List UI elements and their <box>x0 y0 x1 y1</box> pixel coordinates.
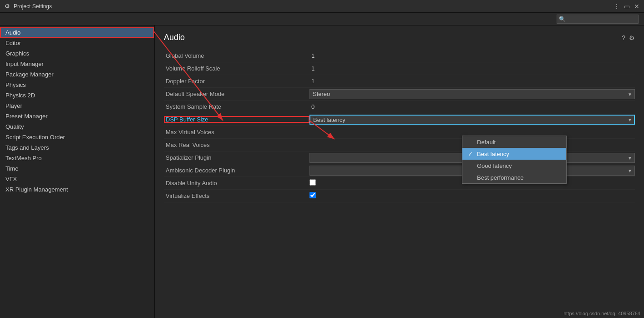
settings-value-doppler-factor: 1 <box>309 78 635 85</box>
sidebar-item-xr-plugin-management[interactable]: XR Plugin Management <box>0 184 154 195</box>
value-text-doppler-factor: 1 <box>309 78 314 85</box>
settings-label-doppler-factor: Doppler Factor <box>164 78 309 85</box>
settings-label-spatializer-plugin: Spatializer Plugin <box>164 154 309 161</box>
settings-label-max-real-voices: Max Real Voices <box>164 141 309 148</box>
dsp-option-label: Good latency <box>477 162 512 169</box>
app-icon: ⚙ <box>4 3 11 10</box>
dropdown-select-default-speaker-mode[interactable]: MonoStereoQuadSurroundMode5point1Mode7po… <box>309 89 635 99</box>
value-text-volume-rolloff-scale: 1 <box>309 65 314 72</box>
menu-button[interactable]: ⋮ <box>613 3 620 10</box>
sidebar-item-input-manager[interactable]: Input Manager <box>0 59 154 69</box>
dsp-option-label: Best performance <box>477 174 524 181</box>
search-input[interactable] <box>557 15 639 24</box>
settings-value-dsp-buffer-size: DefaultBest latencyGood latencyBest perf… <box>309 115 635 125</box>
title-bar: ⚙ Project Settings ⋮ ▭ ✕ <box>0 0 644 13</box>
settings-label-default-speaker-mode: Default Speaker Mode <box>164 91 309 97</box>
content-header: Audio ? ⚙ <box>164 33 635 42</box>
dsp-option-good-latency[interactable]: Good latency <box>462 160 566 172</box>
value-text-max-real-voices <box>309 141 311 148</box>
search-wrapper: 🔍 <box>557 15 639 24</box>
dropdown-wrapper-dsp-buffer-size: DefaultBest latencyGood latencyBest perf… <box>309 115 635 125</box>
sidebar-item-textmesh-pro[interactable]: TextMesh Pro <box>0 153 154 163</box>
dsp-option-label: Best latency <box>477 151 509 157</box>
settings-value-default-speaker-mode: MonoStereoQuadSurroundMode5point1Mode7po… <box>309 89 635 99</box>
value-text-system-sample-rate: 0 <box>309 103 314 110</box>
settings-row-global-volume: Global Volume1 <box>164 50 635 62</box>
settings-value-system-sample-rate: 0 <box>309 103 635 110</box>
search-bar: 🔍 <box>0 13 644 25</box>
window-controls: ⋮ ▭ ✕ <box>613 3 640 10</box>
sidebar-item-quality[interactable]: Quality <box>0 121 154 132</box>
close-button[interactable]: ✕ <box>633 3 640 10</box>
page-title: Audio <box>164 33 185 42</box>
settings-value-volume-rolloff-scale: 1 <box>309 65 635 72</box>
dropdown-wrapper-default-speaker-mode: MonoStereoQuadSurroundMode5point1Mode7po… <box>309 89 635 99</box>
dsp-option-default[interactable]: Default <box>462 136 566 148</box>
window-title: Project Settings <box>14 3 613 10</box>
value-text-max-virtual-voices <box>309 129 311 136</box>
settings-label-virtualize-effects: Virtualize Effects <box>164 192 309 199</box>
main-layout: AudioEditorGraphicsInput ManagerPackage … <box>0 25 644 318</box>
settings-label-global-volume: Global Volume <box>164 52 309 59</box>
checkbox-virtualize-effects[interactable] <box>309 192 316 198</box>
checkbox-disable-unity-audio[interactable] <box>309 179 316 186</box>
settings-value-global-volume: 1 <box>309 52 635 59</box>
footer-url: https://blog.csdn.net/qq_40958764 <box>563 311 640 316</box>
sidebar-item-preset-manager[interactable]: Preset Manager <box>0 111 154 121</box>
sidebar-item-physics[interactable]: Physics <box>0 80 154 90</box>
content-area: Audio ? ⚙ Global Volume1Volume Rolloff S… <box>155 25 644 318</box>
sidebar-item-editor[interactable]: Editor <box>0 38 154 48</box>
dsp-option-best-performance[interactable]: Best performance <box>462 172 566 183</box>
sidebar-item-tags-and-layers[interactable]: Tags and Layers <box>0 142 154 153</box>
settings-value-virtualize-effects <box>309 192 635 200</box>
sidebar-item-physics-2d[interactable]: Physics 2D <box>0 90 154 101</box>
dsp-option-best-latency[interactable]: ✓Best latency <box>462 148 566 160</box>
settings-label-volume-rolloff-scale: Volume Rolloff Scale <box>164 65 309 72</box>
settings-row-default-speaker-mode: Default Speaker ModeMonoStereoQuadSurrou… <box>164 88 635 101</box>
sidebar-item-audio[interactable]: Audio <box>0 27 154 38</box>
search-icon: 🔍 <box>559 16 566 22</box>
settings-label-dsp-buffer-size: DSP Buffer Size <box>164 116 309 123</box>
sidebar-item-time[interactable]: Time <box>0 163 154 174</box>
sidebar-item-graphics[interactable]: Graphics <box>0 48 154 59</box>
settings-row-system-sample-rate: System Sample Rate0 <box>164 101 635 113</box>
settings-row-volume-rolloff-scale: Volume Rolloff Scale1 <box>164 62 635 75</box>
header-icons: ? ⚙ <box>622 34 635 41</box>
sidebar-item-vfx[interactable]: VFX <box>0 174 154 184</box>
settings-row-doppler-factor: Doppler Factor1 <box>164 75 635 88</box>
settings-label-max-virtual-voices: Max Virtual Voices <box>164 129 309 136</box>
restore-button[interactable]: ▭ <box>623 3 630 10</box>
checkmark-icon: ✓ <box>468 151 474 157</box>
settings-row-virtualize-effects: Virtualize Effects <box>164 190 635 202</box>
settings-label-system-sample-rate: System Sample Rate <box>164 103 309 110</box>
settings-label-disable-unity-audio: Disable Unity Audio <box>164 180 309 187</box>
sidebar-item-player[interactable]: Player <box>0 101 154 111</box>
gear-button[interactable]: ⚙ <box>629 34 635 41</box>
dropdown-select-dsp-buffer-size[interactable]: DefaultBest latencyGood latencyBest perf… <box>309 115 635 125</box>
settings-label-ambisonic-decoder-plugin: Ambisonic Decoder Plugin <box>164 167 309 174</box>
dsp-dropdown-popup[interactable]: Default✓Best latencyGood latencyBest per… <box>462 136 567 184</box>
settings-row-dsp-buffer-size: DSP Buffer SizeDefaultBest latencyGood l… <box>164 113 635 126</box>
sidebar-item-script-execution-order[interactable]: Script Execution Order <box>0 132 154 142</box>
sidebar-item-package-manager[interactable]: Package Manager <box>0 69 154 80</box>
value-text-global-volume: 1 <box>309 52 314 59</box>
dsp-option-label: Default <box>477 139 496 146</box>
help-button[interactable]: ? <box>622 34 625 41</box>
settings-value-max-virtual-voices <box>309 129 635 136</box>
sidebar: AudioEditorGraphicsInput ManagerPackage … <box>0 25 155 318</box>
